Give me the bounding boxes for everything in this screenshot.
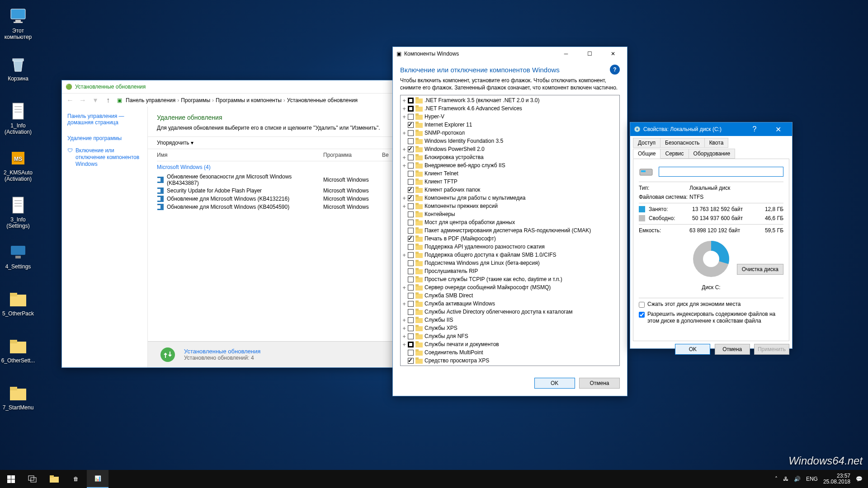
minimize-button[interactable]: ─ (556, 47, 576, 61)
cancel-button[interactable]: Отмена (579, 378, 620, 389)
feature-checkbox[interactable] (408, 268, 414, 274)
feature-checkbox[interactable] (408, 260, 414, 266)
expand-toggle[interactable]: + (401, 163, 407, 168)
feature-node[interactable]: +SNMP-протокол (401, 129, 618, 137)
feature-checkbox[interactable] (408, 98, 414, 103)
features-tree[interactable]: +.NET Framework 3.5 (включает .NET 2.0 и… (400, 95, 620, 366)
tray-chevron-icon[interactable]: ˄ (775, 476, 778, 482)
feature-checkbox[interactable] (408, 236, 414, 242)
expand-toggle[interactable]: + (401, 301, 407, 306)
start-button[interactable] (0, 470, 22, 488)
feature-checkbox[interactable] (408, 285, 414, 291)
feature-node[interactable]: +Службы печати и документов (401, 340, 618, 348)
expand-toggle[interactable]: + (401, 342, 407, 347)
cancel-button[interactable]: Отмена (715, 344, 750, 355)
feature-node[interactable]: +.NET Framework 4.6 Advanced Services (401, 104, 618, 113)
expand-toggle[interactable]: + (401, 203, 407, 209)
expand-toggle[interactable]: + (401, 285, 407, 290)
tab-access[interactable]: Доступ (633, 138, 660, 148)
breadcrumb[interactable]: Панель управления› Программы› Программы … (126, 97, 358, 103)
organize-button[interactable]: Упорядочить ▾ (157, 140, 193, 146)
feature-node[interactable]: +Служба активации Windows (401, 300, 618, 308)
disk-cleanup-button[interactable]: Очистка диска (737, 264, 783, 275)
group-header[interactable]: Microsoft Windows (4) (157, 161, 393, 173)
nav-forward-button[interactable]: → (77, 95, 88, 106)
feature-node[interactable]: +Внедряемое веб-ядро служб IIS (401, 161, 618, 169)
feature-node[interactable]: Поддержка API удаленного разностного сжа… (401, 243, 618, 251)
nav-back-button[interactable]: ← (65, 95, 75, 106)
ok-button[interactable]: OK (675, 344, 710, 355)
desktop-icon[interactable]: 4_Settings (1, 241, 35, 270)
feature-checkbox[interactable] (408, 342, 414, 347)
feature-node[interactable]: +Hyper-V (401, 113, 618, 121)
feature-checkbox[interactable] (408, 244, 414, 250)
window-titlebar[interactable]: 🟢 Установленные обновления (62, 80, 402, 93)
feature-node[interactable]: Клиент TFTP (401, 178, 618, 186)
update-row[interactable]: Security Update for Adobe Flash PlayerMi… (157, 187, 393, 195)
tab-hardware[interactable]: Оборудование (689, 149, 736, 159)
feature-checkbox[interactable] (408, 163, 414, 169)
column-headers[interactable]: Имя Программа Ве (157, 149, 393, 161)
feature-node[interactable]: +Windows PowerShell 2.0 (401, 145, 618, 153)
system-tray[interactable]: ˄ 🖧 🔊 ENG 23:57 25.08.2018 💬 (769, 473, 868, 485)
expand-toggle[interactable]: + (401, 195, 407, 201)
feature-node[interactable]: Печать в PDF (Майкрософт) (401, 235, 618, 243)
feature-checkbox[interactable] (408, 350, 414, 356)
feature-node[interactable]: Простые службы TCPIP (такие как echo, da… (401, 275, 618, 283)
tab-quota[interactable]: Квота (704, 138, 729, 148)
feature-node[interactable]: +Службы для NFS (401, 332, 618, 340)
desktop-icon[interactable]: Этоткомпьютер (1, 5, 35, 41)
expand-toggle[interactable]: + (401, 130, 407, 136)
tray-network-icon[interactable]: 🖧 (783, 476, 788, 482)
feature-checkbox[interactable] (408, 309, 414, 315)
feature-checkbox[interactable] (408, 211, 414, 217)
tray-language[interactable]: ENG (806, 476, 818, 482)
expand-toggle[interactable]: + (401, 325, 407, 331)
desktop-icon[interactable]: 3_Info(Settings) (1, 194, 35, 230)
window-titlebar[interactable]: 💿 Свойства: Локальный диск (C:) ? ✕ (630, 122, 792, 136)
window-titlebar[interactable]: ▣ Компоненты Windows ─ ☐ ✕ (393, 47, 627, 61)
feature-checkbox[interactable] (408, 228, 414, 234)
expand-toggle[interactable]: + (401, 106, 407, 111)
tray-volume-icon[interactable]: 🔊 (794, 476, 801, 482)
feature-node[interactable]: +Службы XPS (401, 324, 618, 332)
feature-node[interactable]: Службы Active Directory облегченного дос… (401, 308, 618, 316)
feature-node[interactable]: Клиент рабочих папок (401, 186, 618, 194)
nav-up-button[interactable]: ↑ (103, 95, 113, 106)
feature-checkbox[interactable] (408, 130, 414, 136)
tab-general[interactable]: Общие (633, 149, 660, 159)
sidebar-home-link[interactable]: Панель управления — домашняя страница (62, 111, 147, 128)
tray-notifications-icon[interactable]: 💬 (856, 476, 863, 482)
feature-checkbox[interactable] (408, 325, 414, 331)
feature-node[interactable]: Windows Identity Foundation 3.5 (401, 137, 618, 145)
help-icon[interactable]: ? (610, 65, 620, 75)
feature-node[interactable]: Internet Explorer 11 (401, 121, 618, 129)
feature-node[interactable]: Клиент Telnet (401, 169, 618, 178)
index-checkbox[interactable]: Разрешить индексировать содержимое файло… (639, 311, 783, 325)
feature-node[interactable]: Контейнеры (401, 210, 618, 218)
feature-checkbox[interactable] (408, 179, 414, 185)
feature-checkbox[interactable] (408, 146, 414, 152)
feature-checkbox[interactable] (408, 252, 414, 258)
feature-node[interactable]: +.NET Framework 3.5 (включает .NET 2.0 и… (401, 96, 618, 104)
maximize-button[interactable]: ☐ (579, 47, 600, 61)
feature-checkbox[interactable] (408, 317, 414, 323)
compress-checkbox[interactable]: Сжать этот диск для экономии места (639, 301, 783, 308)
tab-security[interactable]: Безопасность (660, 138, 705, 148)
feature-node[interactable]: Соединитель MultiPoint (401, 348, 618, 357)
update-row[interactable]: Обновление безопасности для Microsoft Wi… (157, 173, 393, 187)
feature-node[interactable]: Служба SMB Direct (401, 291, 618, 300)
feature-checkbox[interactable] (408, 195, 414, 201)
feature-node[interactable]: Подсистема Windows для Linux (бета-верси… (401, 259, 618, 267)
feature-checkbox[interactable] (408, 220, 414, 225)
feature-node[interactable]: +Блокировка устройства (401, 153, 618, 161)
feature-node[interactable]: +Поддержка общего доступа к файлам SMB 1… (401, 251, 618, 259)
tray-clock[interactable]: 23:57 25.08.2018 (823, 473, 850, 485)
feature-checkbox[interactable] (408, 106, 414, 112)
close-button[interactable]: ✕ (603, 47, 623, 61)
task-view-button[interactable] (22, 470, 43, 488)
feature-checkbox[interactable] (408, 122, 414, 128)
taskbar[interactable]: 🗑 📊 ˄ 🖧 🔊 ENG 23:57 25.08.2018 💬 (0, 470, 868, 488)
expand-toggle[interactable]: + (401, 155, 407, 160)
feature-checkbox[interactable] (408, 171, 414, 177)
